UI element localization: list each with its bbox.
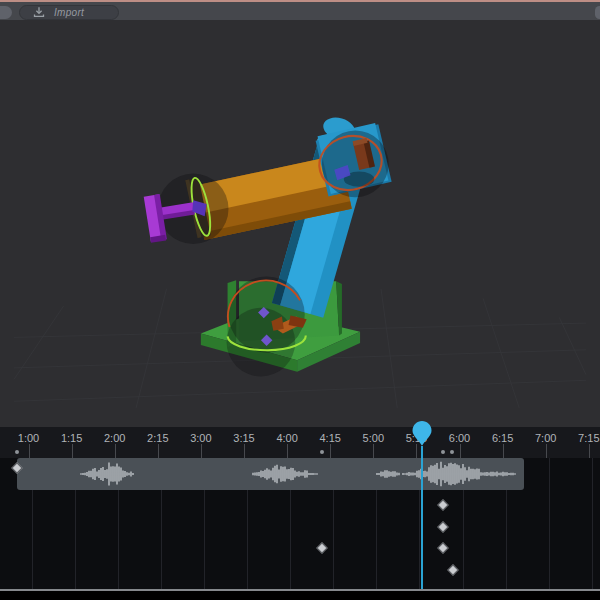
ruler-tick-mark xyxy=(460,444,461,458)
ruler-tick-mark xyxy=(29,444,30,458)
ruler-tick-label: 7:00 xyxy=(535,432,556,444)
ruler-tick-label: 3:00 xyxy=(190,432,211,444)
ruler-tick-label: 5:00 xyxy=(363,432,384,444)
audio-waveform xyxy=(17,458,524,490)
keyframe-diamond[interactable] xyxy=(316,542,327,553)
keyframe-diamond[interactable] xyxy=(437,499,448,510)
timeline-panel: 1:001:152:002:153:003:154:004:155:005:15… xyxy=(0,427,600,600)
ruler-tick-mark xyxy=(72,444,73,458)
timeline-grid-column xyxy=(592,458,593,589)
ruler-tick-mark xyxy=(115,444,116,458)
keyframe-diamond[interactable] xyxy=(437,521,448,532)
ruler-tick-label: 3:15 xyxy=(233,432,254,444)
ruler-tick-label: 2:15 xyxy=(147,432,168,444)
ruler-tick-label: 6:15 xyxy=(492,432,513,444)
ruler-tick-label: 7:15 xyxy=(578,432,599,444)
ruler-tick-label: 6:00 xyxy=(449,432,470,444)
ruler-tick-mark xyxy=(373,444,374,458)
ruler-tick-mark xyxy=(589,444,590,458)
timeline-ruler[interactable]: 1:001:152:002:153:003:154:004:155:005:15… xyxy=(0,427,600,458)
import-button[interactable]: Import xyxy=(19,5,119,20)
viewport-3d[interactable] xyxy=(0,20,600,427)
ruler-tick-mark xyxy=(503,444,504,458)
ruler-tick-mark xyxy=(244,444,245,458)
ruler-tick-mark xyxy=(330,444,331,458)
ruler-tick-mark xyxy=(158,444,159,458)
ruler-tick-label: 2:00 xyxy=(104,432,125,444)
left-tool-pill[interactable] xyxy=(0,6,12,19)
keyframe-diamond[interactable] xyxy=(437,542,448,553)
ruler-tick-label: 1:00 xyxy=(18,432,39,444)
keyframe-dot[interactable] xyxy=(320,450,324,454)
keyframe-dot[interactable] xyxy=(15,450,19,454)
rotation-gizmo-sphere-head[interactable] xyxy=(322,131,389,198)
playhead-line[interactable] xyxy=(421,446,423,589)
ruler-tick-mark xyxy=(201,444,202,458)
download-icon xyxy=(33,6,45,18)
keyframe-dot[interactable] xyxy=(450,450,454,454)
ruler-tick-label: 4:15 xyxy=(319,432,340,444)
keyframe-dot[interactable] xyxy=(441,450,445,454)
audio-clip[interactable] xyxy=(17,458,524,490)
robot-arm[interactable] xyxy=(144,114,392,376)
ruler-tick-mark xyxy=(287,444,288,458)
scene-canvas xyxy=(0,20,600,427)
playhead[interactable] xyxy=(412,421,432,447)
ruler-tick-label: 1:15 xyxy=(61,432,82,444)
keyframe-diamond[interactable] xyxy=(447,564,458,575)
topbar: Import xyxy=(0,0,600,20)
timeline-grid-column xyxy=(549,458,550,589)
right-tool-pill[interactable] xyxy=(595,6,600,19)
ruler-tick-label: 4:00 xyxy=(276,432,297,444)
import-button-label: Import xyxy=(54,7,84,18)
below-strip xyxy=(0,591,600,600)
ruler-tick-mark xyxy=(546,444,547,458)
